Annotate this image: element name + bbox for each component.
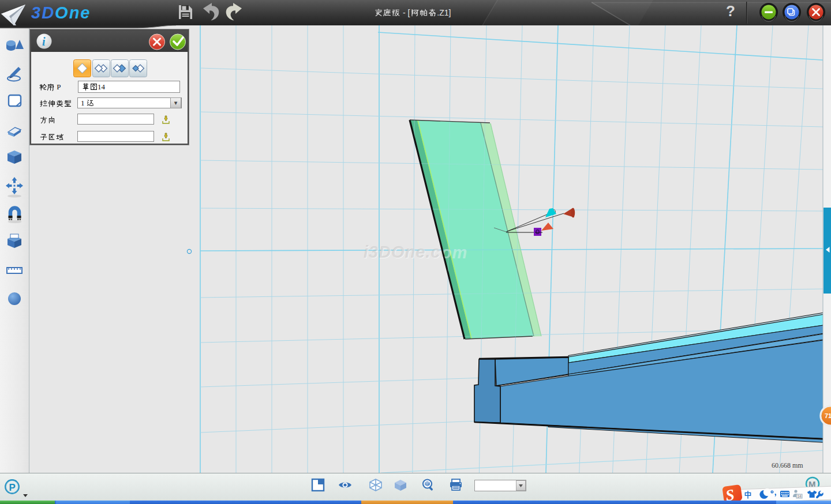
svg-text:71: 71 [825,412,831,419]
svg-text:P: P [9,482,16,493]
svg-text:60.668 mm: 60.668 mm [772,461,803,469]
svg-text:14: 14 [798,494,802,498]
svg-text:i: i [42,35,46,48]
